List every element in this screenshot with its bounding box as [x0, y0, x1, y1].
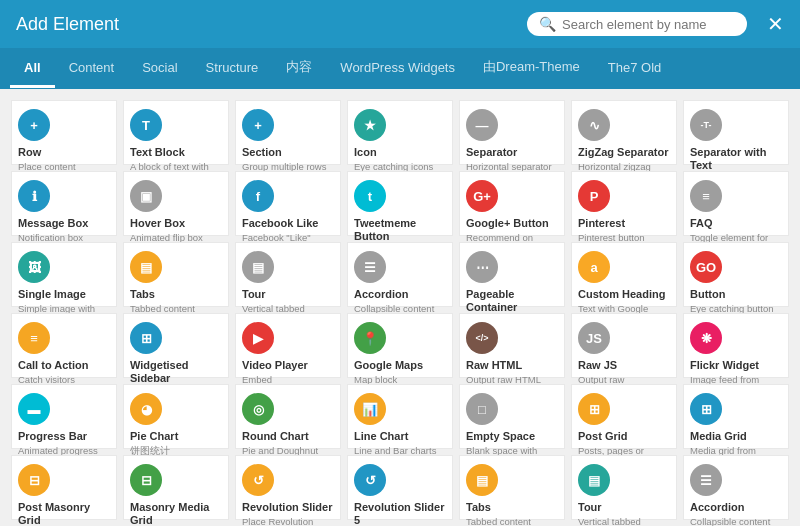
- element-item[interactable]: ▶Video PlayerEmbed YouTube/Vimeo player: [235, 313, 341, 378]
- element-item[interactable]: 📊Line ChartLine and Bar charts: [347, 384, 453, 449]
- element-icon: f: [242, 180, 274, 212]
- element-name: Media Grid: [690, 430, 747, 443]
- element-icon: —: [466, 109, 498, 141]
- element-icon: P: [578, 180, 610, 212]
- search-input[interactable]: [562, 17, 735, 32]
- element-item[interactable]: ⋯Pageable ContainerPageable content cont…: [459, 242, 565, 307]
- element-item[interactable]: </>Raw HTMLOutput raw HTML code on your …: [459, 313, 565, 378]
- element-item[interactable]: ▤TourVertical tabbed content: [235, 242, 341, 307]
- element-name: Accordion: [690, 501, 744, 514]
- element-item[interactable]: ≡Call to ActionCatch visitors attention …: [11, 313, 117, 378]
- element-item[interactable]: ⊞Media GridMedia grid from Media Library: [683, 384, 789, 449]
- element-icon: 🖼: [18, 251, 50, 283]
- tab-the7old[interactable]: The7 Old: [594, 50, 675, 88]
- element-item[interactable]: ↺Revolution SliderPlace Revolution slide…: [235, 455, 341, 520]
- element-icon: ↺: [242, 464, 274, 496]
- element-icon: ▶: [242, 322, 274, 354]
- element-name: Post Grid: [578, 430, 628, 443]
- element-item[interactable]: ★IconEye catching icons from libraries: [347, 100, 453, 165]
- element-item[interactable]: ℹMessage BoxNotification box: [11, 171, 117, 236]
- element-icon: ⊟: [18, 464, 50, 496]
- element-item[interactable]: ❋Flickr WidgetImage feed from Flickr acc…: [683, 313, 789, 378]
- element-name: Flickr Widget: [690, 359, 759, 372]
- element-name: Section: [242, 146, 282, 159]
- element-item[interactable]: ☰AccordionCollapsible content panels: [347, 242, 453, 307]
- element-item[interactable]: ⊟Post Masonry GridPosts, pages or custom…: [11, 455, 117, 520]
- element-item[interactable]: ≡FAQToggle element for Q&A block: [683, 171, 789, 236]
- element-icon: JS: [578, 322, 610, 354]
- element-item[interactable]: □Empty SpaceBlank space with custom heig…: [459, 384, 565, 449]
- element-item[interactable]: PPinterestPinterest button: [571, 171, 677, 236]
- element-name: Revolution Slider: [242, 501, 332, 514]
- element-name: Hover Box: [130, 217, 185, 230]
- tab-wordpress[interactable]: WordPress Widgets: [326, 50, 469, 88]
- element-icon: ≡: [690, 180, 722, 212]
- element-name: Raw HTML: [466, 359, 522, 372]
- element-icon: t: [354, 180, 386, 212]
- element-icon: ↺: [354, 464, 386, 496]
- element-name: Line Chart: [354, 430, 408, 443]
- element-icon: ℹ: [18, 180, 50, 212]
- element-name: Tabs: [130, 288, 155, 301]
- element-icon: ❋: [690, 322, 722, 354]
- element-item[interactable]: —SeparatorHorizontal separator line: [459, 100, 565, 165]
- element-name: Round Chart: [242, 430, 309, 443]
- element-desc: Tabbed content: [466, 516, 531, 526]
- element-name: Pageable Container: [466, 288, 558, 314]
- element-item[interactable]: ☰AccordionCollapsible content panels: [683, 455, 789, 520]
- element-name: Empty Space: [466, 430, 535, 443]
- element-item[interactable]: ⊞Post GridPosts, pages or custom posts i…: [571, 384, 677, 449]
- element-item[interactable]: ◕Pie Chart饼图统计: [123, 384, 229, 449]
- element-item[interactable]: ▬Progress BarAnimated progress bar: [11, 384, 117, 449]
- element-item[interactable]: aCustom HeadingText with Google fonts: [571, 242, 677, 307]
- element-item[interactable]: ▤TabsTabbed content: [459, 455, 565, 520]
- tab-content[interactable]: Content: [55, 50, 129, 88]
- element-name: Tour: [242, 288, 266, 301]
- element-icon: ⋯: [466, 251, 498, 283]
- element-item[interactable]: fFacebook LikeFacebook "Like" button: [235, 171, 341, 236]
- element-name: Call to Action: [18, 359, 88, 372]
- element-item[interactable]: ⊟Masonry Media GridMasonry media grid fr…: [123, 455, 229, 520]
- element-name: Pinterest: [578, 217, 625, 230]
- element-desc: Collapsible content panels: [690, 516, 782, 526]
- element-item[interactable]: JSRaw JSOutput raw JavaScript code on yo…: [571, 313, 677, 378]
- modal-container: Add Element 🔍 ✕ All Content Social Struc…: [0, 0, 800, 526]
- element-item[interactable]: +SectionGroup multiple rows in section: [235, 100, 341, 165]
- element-name: Row: [18, 146, 41, 159]
- element-icon: ☰: [354, 251, 386, 283]
- tab-structure[interactable]: Structure: [192, 50, 273, 88]
- element-item[interactable]: 🖼Single ImageSimple image with CSS anima…: [11, 242, 117, 307]
- element-item[interactable]: tTweetmeme ButtonTweet button: [347, 171, 453, 236]
- element-name: Revolution Slider 5: [354, 501, 446, 526]
- element-icon: ⊟: [130, 464, 162, 496]
- element-item[interactable]: +RowPlace content elements inside the ro…: [11, 100, 117, 165]
- element-item[interactable]: G+Google+ ButtonRecommend on Google: [459, 171, 565, 236]
- tab-all[interactable]: All: [10, 50, 55, 88]
- element-name: Custom Heading: [578, 288, 665, 301]
- element-icon: ▬: [18, 393, 50, 425]
- element-item[interactable]: ⊞Widgetised SidebarWordPress widgetised …: [123, 313, 229, 378]
- tab-neirong[interactable]: 内容: [272, 48, 326, 89]
- element-icon: GO: [690, 251, 722, 283]
- element-name: Facebook Like: [242, 217, 318, 230]
- element-item[interactable]: ◎Round ChartPie and Doughnut charts: [235, 384, 341, 449]
- tab-dream[interactable]: 由Dream-Theme: [469, 48, 594, 89]
- element-name: Icon: [354, 146, 377, 159]
- close-button[interactable]: ✕: [767, 12, 784, 36]
- element-item[interactable]: TText BlockA block of text with WYSIWYG …: [123, 100, 229, 165]
- element-item[interactable]: 📍Google MapsMap block: [347, 313, 453, 378]
- element-item[interactable]: ▣Hover BoxAnimated flip box with image a…: [123, 171, 229, 236]
- tab-social[interactable]: Social: [128, 50, 191, 88]
- element-icon: ▤: [578, 464, 610, 496]
- element-item[interactable]: ∿ZigZag SeparatorHorizontal zigzag separ…: [571, 100, 677, 165]
- element-item[interactable]: -T-Separator with TextHorizontal separat…: [683, 100, 789, 165]
- element-item[interactable]: ▤TabsTabbed content: [123, 242, 229, 307]
- element-icon: ⊞: [130, 322, 162, 354]
- element-name: Separator: [466, 146, 517, 159]
- element-icon: ∿: [578, 109, 610, 141]
- element-item[interactable]: ▤TourVertical tabbed content: [571, 455, 677, 520]
- element-item[interactable]: GOButtonEye catching button: [683, 242, 789, 307]
- element-item[interactable]: ↺Revolution Slider 5: [347, 455, 453, 520]
- search-icon: 🔍: [539, 16, 556, 32]
- element-icon: ◎: [242, 393, 274, 425]
